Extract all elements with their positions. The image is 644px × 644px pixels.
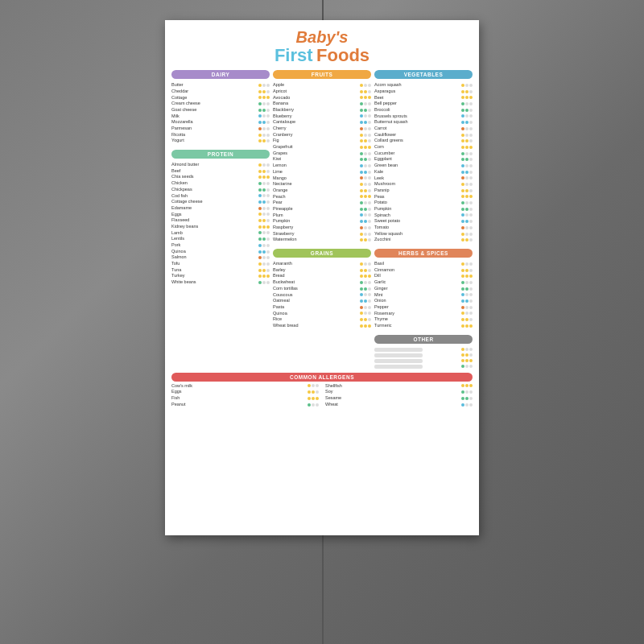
rating-stars [461,397,473,400]
food-item: Butternut squash [374,119,473,126]
food-name: Beet [374,95,460,101]
rating-stars [258,96,270,99]
rating-stars [360,324,371,328]
rating-stars [360,299,371,303]
rating-stars [360,96,371,99]
rating-stars [360,208,371,211]
food-name: Cream cheese [171,101,257,107]
food-item: Parsnip [374,188,473,194]
food-name: Couscous [273,292,358,299]
rating-stars [461,176,473,180]
rating-stars [461,359,473,362]
food-name: Avocado [273,95,358,101]
food-item: Almond butter [171,162,270,168]
food-item: Pork [171,242,270,249]
rating-stars [360,171,371,174]
food-item: Barley [273,267,371,274]
food-item: Mango [273,175,371,182]
food-name: Cinnamon [374,267,460,274]
food-item: Sweet potato [374,218,473,225]
blank-line [374,353,423,357]
food-item: Cranberry [273,132,371,138]
rating-stars [461,403,473,407]
other-item [374,358,473,364]
food-item: Blackberry [273,107,371,114]
rating-stars [258,182,270,185]
food-name: Parmesan [171,126,257,132]
main-columns: DAIRY Butter Cheddar Cottage Cream chees… [171,70,473,369]
blank-line [374,348,423,352]
rating-stars [360,293,371,296]
food-name: Pumpkin [374,206,460,213]
food-item: Cherry [273,126,371,132]
food-item: Pear [273,200,371,206]
food-item: Turmeric [374,323,473,329]
rating-stars [461,152,473,155]
rating-stars [461,365,473,368]
rating-stars [360,152,371,155]
vegetables-header: VEGETABLES [374,70,473,79]
rating-stars [461,96,473,99]
allergen-item: Sesame [325,395,473,402]
rating-stars [461,306,473,309]
rating-stars [258,84,270,87]
rating-stars [258,163,270,167]
food-item: Rice [273,316,371,323]
food-item: Broccoli [374,107,473,114]
food-name: Cucumber [374,151,460,157]
allergen-name: Peanut [171,402,306,408]
food-name: Dill [374,273,460,279]
food-item: Green bean [374,163,473,169]
other-item [374,353,473,358]
allergen-item: Shellfish [325,383,473,390]
food-item: Orange [273,188,371,194]
rating-stars [461,109,473,112]
food-item: Tomato [374,225,473,231]
rating-stars [360,238,371,242]
rating-stars [461,114,473,118]
food-name: Fig [273,138,358,144]
rating-stars [258,139,270,142]
allergen-item: Eggs [171,389,319,395]
rating-stars [360,134,371,137]
rating-stars [360,158,371,161]
food-item: Fig [273,138,371,144]
food-item: Lime [273,169,371,175]
rating-stars [258,188,270,192]
food-name: Beef [171,168,257,175]
food-item: Pumpkin [374,206,473,213]
food-name: Salmon [171,254,257,261]
food-item: Carrot [374,126,473,132]
food-name: Asparagus [374,89,460,95]
food-item: Strawberry [273,231,371,237]
food-name: Kiwi [273,156,358,163]
rating-stars [360,269,371,272]
food-name: Pineapple [273,206,358,213]
food-name: Cantaloupe [273,119,358,126]
other-item [374,347,473,353]
grains-header: GRAINS [273,249,371,258]
food-item: Cod fish [171,193,270,200]
rating-stars [258,102,270,105]
food-name: Mint [374,292,460,299]
allergen-item: Cow's milk [171,383,319,390]
food-name: Mozzarella [171,119,257,126]
rating-stars [360,201,371,204]
food-name: Turmeric [374,323,460,329]
food-item: Quinoa [171,249,270,255]
rating-stars [461,293,473,296]
allergen-name: Wheat [325,402,460,408]
food-item: Avocado [273,95,371,101]
rating-stars [461,164,473,167]
food-name: Acorn squash [374,82,460,89]
food-name: Kidney beans [171,224,257,230]
food-item: Leek [374,175,473,182]
food-name: Yellow squash [374,231,460,237]
food-name: Buckwheat [273,279,358,286]
food-name: Spinach [374,213,460,219]
food-item: Lamb [171,230,270,237]
allergen-item: Wheat [325,402,473,408]
food-name: Pear [273,200,358,206]
food-name: Broccoli [374,107,460,114]
food-name: Peach [273,194,358,200]
